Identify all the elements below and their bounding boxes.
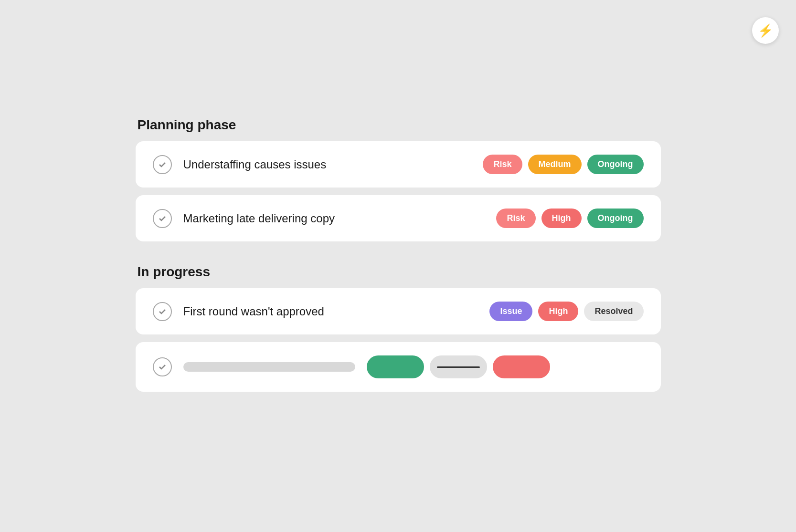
badge-ongoing-1[interactable]: Ongoing (587, 155, 644, 174)
task-card-4[interactable] (136, 342, 661, 392)
section-title-planning: Planning phase (138, 117, 661, 133)
check-circle-4 (153, 357, 172, 376)
checkmark-icon-2 (158, 214, 167, 223)
badges-3: Issue High Resolved (489, 302, 643, 321)
badge-high-2[interactable]: High (541, 209, 582, 228)
task-card-2[interactable]: Marketing late delivering copy Risk High… (136, 195, 661, 241)
badge-resolved-3[interactable]: Resolved (584, 302, 643, 321)
task-title-3: First round wasn't approved (183, 305, 478, 318)
lightning-button[interactable]: ⚡ (752, 17, 779, 44)
check-circle-1 (153, 155, 172, 174)
check-circle-3 (153, 302, 172, 321)
main-content: Planning phase Understaffing causes issu… (136, 117, 661, 415)
skeleton-badge-green-4 (367, 355, 424, 378)
skeleton-badge-light-4 (430, 355, 487, 378)
section-title-in-progress: In progress (138, 264, 661, 280)
lightning-icon: ⚡ (758, 23, 773, 38)
task-title-1: Understaffing causes issues (183, 158, 472, 171)
badges-4 (367, 355, 550, 378)
badge-risk-1[interactable]: Risk (483, 155, 522, 174)
checkmark-icon-4 (158, 362, 167, 372)
badges-1: Risk Medium Ongoing (483, 155, 643, 174)
task-title-2: Marketing late delivering copy (183, 212, 485, 225)
task-card-3[interactable]: First round wasn't approved Issue High R… (136, 288, 661, 334)
skeleton-line-4 (437, 366, 480, 368)
skeleton-text-4 (183, 362, 355, 372)
badge-risk-2[interactable]: Risk (496, 209, 535, 228)
section-in-progress: In progress First round wasn't approved … (136, 264, 661, 392)
badge-medium-1[interactable]: Medium (528, 155, 582, 174)
checkmark-icon-3 (158, 307, 167, 316)
section-planning-phase: Planning phase Understaffing causes issu… (136, 117, 661, 241)
check-circle-2 (153, 209, 172, 228)
badge-high-3[interactable]: High (538, 302, 578, 321)
task-card-1[interactable]: Understaffing causes issues Risk Medium … (136, 141, 661, 188)
badge-ongoing-2[interactable]: Ongoing (587, 209, 644, 228)
checkmark-icon-1 (158, 160, 167, 169)
skeleton-badge-red-4 (493, 355, 550, 378)
badge-issue-3[interactable]: Issue (489, 302, 532, 321)
badges-2: Risk High Ongoing (496, 209, 643, 228)
